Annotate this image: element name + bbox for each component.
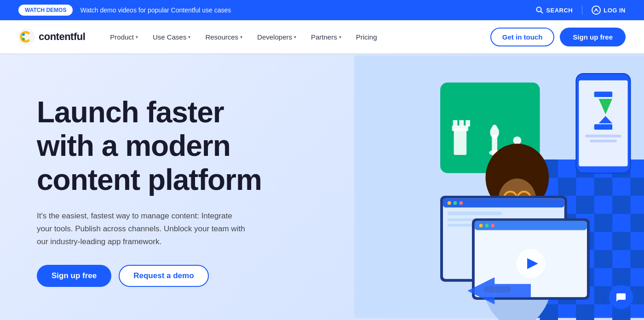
search-icon <box>536 6 543 14</box>
svg-line-1 <box>541 11 543 13</box>
svg-rect-14 <box>594 177 612 195</box>
svg-rect-95 <box>494 284 531 298</box>
svg-rect-49 <box>594 124 612 130</box>
svg-rect-18 <box>576 196 594 214</box>
user-icon <box>592 6 601 15</box>
nav-actions: Get in touch Sign up free <box>490 28 626 46</box>
svg-rect-30 <box>594 250 612 268</box>
nav-item-pricing[interactable]: Pricing <box>350 29 384 45</box>
watch-demos-button[interactable]: WATCH DEMOS <box>18 5 73 16</box>
navbar: contentful Product ▾ Use Cases ▾ Resourc… <box>0 20 644 53</box>
hero-sign-up-button[interactable]: Sign up free <box>37 265 111 287</box>
svg-rect-42 <box>576 304 594 320</box>
svg-rect-27 <box>612 232 630 250</box>
svg-point-4 <box>22 33 25 36</box>
chevron-down-icon: ▾ <box>294 34 296 40</box>
topbar-divider <box>582 6 582 15</box>
svg-point-89 <box>485 224 489 228</box>
svg-rect-55 <box>453 120 458 126</box>
svg-point-79 <box>448 201 451 205</box>
topbar-promo-text: Watch demo videos for popular Contentful… <box>80 6 231 14</box>
nav-item-partners[interactable]: Partners ▾ <box>305 29 348 45</box>
svg-point-64 <box>513 137 522 145</box>
svg-rect-19 <box>612 196 630 214</box>
login-button[interactable]: LOG IN <box>592 6 626 15</box>
svg-rect-35 <box>612 268 630 286</box>
hero-request-demo-button[interactable]: Request a demo <box>119 265 208 287</box>
logo[interactable]: contentful <box>18 29 85 45</box>
chat-icon <box>615 291 627 303</box>
login-label: LOG IN <box>604 7 626 14</box>
hero-illustration-svg <box>354 53 644 320</box>
svg-rect-50 <box>585 135 621 137</box>
chevron-down-icon: ▾ <box>240 34 242 40</box>
chat-button[interactable] <box>609 285 633 309</box>
topbar-right: SEARCH LOG IN <box>536 6 626 15</box>
logo-icon <box>18 29 35 45</box>
logo-text: contentful <box>39 31 85 43</box>
svg-point-5 <box>22 38 25 40</box>
hero-title: Launch faster with a modern content plat… <box>37 96 327 197</box>
svg-point-90 <box>491 224 494 228</box>
sign-up-free-button[interactable]: Sign up free <box>560 28 626 46</box>
svg-rect-56 <box>459 120 464 126</box>
svg-rect-23 <box>630 214 644 232</box>
svg-rect-51 <box>590 140 617 143</box>
svg-point-61 <box>492 125 497 129</box>
svg-point-88 <box>479 224 483 228</box>
svg-rect-57 <box>466 120 470 126</box>
hero-illustration <box>354 53 644 320</box>
chevron-down-icon: ▾ <box>188 34 190 40</box>
get-in-touch-button[interactable]: Get in touch <box>490 28 555 46</box>
svg-rect-46 <box>594 91 612 97</box>
svg-rect-82 <box>448 211 502 215</box>
topbar: WATCH DEMOS Watch demo videos for popula… <box>0 0 644 20</box>
svg-rect-53 <box>454 128 467 155</box>
hero-left: Launch faster with a modern content plat… <box>0 53 354 320</box>
search-label: SEARCH <box>546 7 573 14</box>
nav-item-use-cases[interactable]: Use Cases ▾ <box>146 29 197 45</box>
chevron-down-icon: ▾ <box>339 34 341 40</box>
svg-rect-31 <box>630 250 644 268</box>
nav-item-resources[interactable]: Resources ▾ <box>199 29 249 45</box>
nav-item-developers[interactable]: Developers ▾ <box>251 29 303 45</box>
nav-item-product[interactable]: Product ▾ <box>104 29 144 45</box>
hero-actions: Sign up free Request a demo <box>37 265 327 287</box>
svg-rect-13 <box>558 177 576 195</box>
hero-description: It's the easiest, fastest way to manage … <box>37 210 248 248</box>
chevron-down-icon: ▾ <box>136 34 138 40</box>
hero-section: Launch faster with a modern content plat… <box>0 53 644 320</box>
svg-rect-15 <box>630 177 644 195</box>
svg-point-80 <box>454 201 457 205</box>
svg-rect-22 <box>594 214 612 232</box>
search-button[interactable]: SEARCH <box>536 6 573 14</box>
nav-links: Product ▾ Use Cases ▾ Resources ▾ Develo… <box>104 29 490 45</box>
svg-point-81 <box>459 201 463 205</box>
topbar-left: WATCH DEMOS Watch demo videos for popula… <box>18 5 231 16</box>
